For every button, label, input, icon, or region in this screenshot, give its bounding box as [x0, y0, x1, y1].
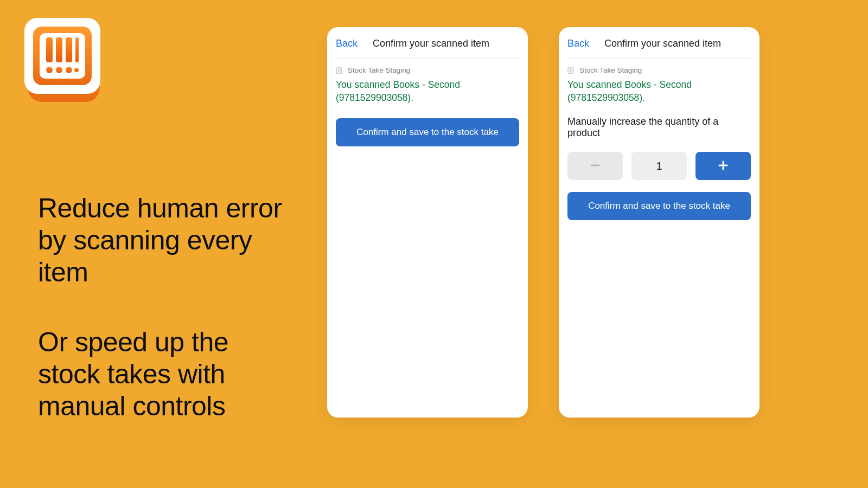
svg-point-8	[46, 67, 53, 73]
marketing-line-1: Reduce human error by scanning every ite…	[38, 192, 288, 288]
manual-quantity-label: Manually increase the quantity of a prod…	[567, 116, 751, 139]
confirm-card-manual: Back Confirm your scanned item Stock Tak…	[559, 27, 760, 418]
svg-rect-5	[56, 37, 62, 62]
card-header: Back Confirm your scanned item	[336, 35, 519, 59]
breadcrumb-label: Stock Take Staging	[348, 66, 410, 74]
scanned-message: You scanned Books - Second (978152990305…	[336, 79, 519, 104]
breadcrumb-label: Stock Take Staging	[579, 66, 642, 74]
quantity-value: 1	[631, 152, 687, 180]
plus-icon	[717, 159, 730, 174]
back-button[interactable]: Back	[567, 38, 589, 49]
svg-rect-7	[75, 37, 79, 62]
confirm-card-simple: Back Confirm your scanned item Stock Tak…	[327, 27, 528, 418]
increment-button[interactable]	[695, 152, 751, 180]
confirm-button[interactable]: Confirm and save to the stock take	[567, 192, 751, 220]
back-button[interactable]: Back	[336, 38, 358, 49]
svg-rect-4	[46, 37, 53, 62]
breadcrumb: Stock Take Staging	[336, 66, 519, 74]
quantity-stepper: 1	[567, 152, 751, 180]
marketing-line-2: Or speed up the stock takes with manual …	[38, 326, 288, 422]
page-title: Confirm your scanned item	[373, 38, 489, 49]
minus-icon	[589, 159, 602, 174]
list-icon	[567, 67, 574, 74]
confirm-button[interactable]: Confirm and save to the stock take	[336, 118, 519, 146]
marketing-copy: Reduce human error by scanning every ite…	[38, 192, 288, 422]
breadcrumb: Stock Take Staging	[567, 66, 751, 74]
svg-rect-6	[66, 37, 72, 62]
decrement-button[interactable]	[567, 152, 623, 180]
card-header: Back Confirm your scanned item	[567, 35, 751, 59]
list-icon	[336, 67, 342, 74]
scanned-message: You scanned Books - Second (978152990305…	[567, 79, 751, 104]
svg-point-10	[66, 67, 72, 73]
app-icon	[24, 18, 103, 105]
svg-point-9	[56, 67, 62, 73]
svg-point-11	[74, 68, 79, 72]
page-title: Confirm your scanned item	[604, 38, 721, 49]
